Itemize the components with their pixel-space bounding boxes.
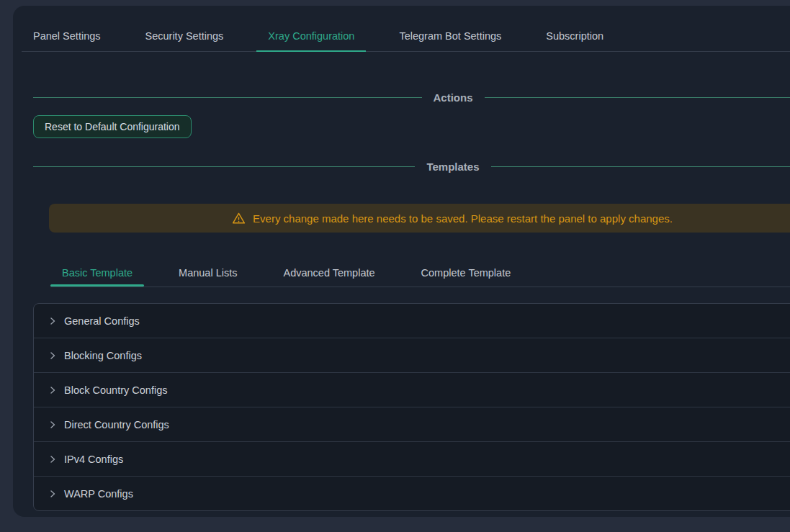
warning-banner: Every change made here needs to be saved… xyxy=(49,204,790,233)
collapse-item-label: Direct Country Configs xyxy=(64,419,169,430)
warning-banner-text: Every change made here needs to be saved… xyxy=(253,212,673,225)
chevron-right-icon xyxy=(48,420,57,429)
tab-security-settings[interactable]: Security Settings xyxy=(134,30,235,51)
collapse-item-warp-configs[interactable]: WARP Configs xyxy=(34,477,790,510)
collapse-item-block-country-configs[interactable]: Block Country Configs xyxy=(34,373,790,407)
collapse-item-blocking-configs[interactable]: Blocking Configs xyxy=(34,338,790,373)
settings-card: Panel Settings Security Settings Xray Co… xyxy=(13,6,790,517)
tab-manual-lists[interactable]: Manual Lists xyxy=(167,267,248,279)
chevron-right-icon xyxy=(48,317,57,325)
tab-complete-template[interactable]: Complete Template xyxy=(410,267,523,279)
tab-advanced-template[interactable]: Advanced Template xyxy=(271,267,386,279)
tab-panel-settings[interactable]: Panel Settings xyxy=(22,30,112,51)
divider-line xyxy=(33,166,415,167)
chevron-right-icon xyxy=(48,455,57,464)
templates-divider: Templates xyxy=(33,161,790,173)
chevron-right-icon xyxy=(48,351,57,360)
collapse-item-label: IPv4 Configs xyxy=(64,454,123,465)
tab-telegram-bot-settings[interactable]: Telegram Bot Settings xyxy=(387,30,513,51)
main-settings-tabs: Panel Settings Security Settings Xray Co… xyxy=(22,6,790,52)
template-tabs: Basic Template Manual Lists Advanced Tem… xyxy=(50,259,790,287)
chevron-right-icon xyxy=(48,386,57,395)
collapse-item-label: Block Country Configs xyxy=(64,384,167,396)
warning-triangle-icon xyxy=(232,212,246,225)
divider-line xyxy=(33,97,422,98)
templates-section-title: Templates xyxy=(426,161,479,173)
collapse-item-label: General Configs xyxy=(64,315,140,327)
tab-xray-configuration[interactable]: Xray Configuration xyxy=(256,30,366,51)
actions-divider: Actions xyxy=(33,91,790,104)
reset-to-default-button[interactable]: Reset to Default Configuration xyxy=(33,115,192,138)
tab-basic-template[interactable]: Basic Template xyxy=(50,267,144,279)
collapse-item-ipv4-configs[interactable]: IPv4 Configs xyxy=(34,442,790,477)
collapse-item-direct-country-configs[interactable]: Direct Country Configs xyxy=(34,407,790,442)
collapse-item-label: Blocking Configs xyxy=(64,350,142,361)
actions-section-title: Actions xyxy=(434,91,473,104)
collapse-item-general-configs[interactable]: General Configs xyxy=(34,304,790,338)
page: { "main_tabs": { "items": [ { "label": "… xyxy=(0,0,790,532)
template-config-collapse: General Configs Blocking Configs Block C… xyxy=(33,303,790,511)
collapse-item-label: WARP Configs xyxy=(64,488,133,500)
tab-subscription[interactable]: Subscription xyxy=(534,30,615,51)
chevron-right-icon xyxy=(48,490,57,498)
divider-line xyxy=(485,97,790,98)
divider-line xyxy=(491,166,790,167)
